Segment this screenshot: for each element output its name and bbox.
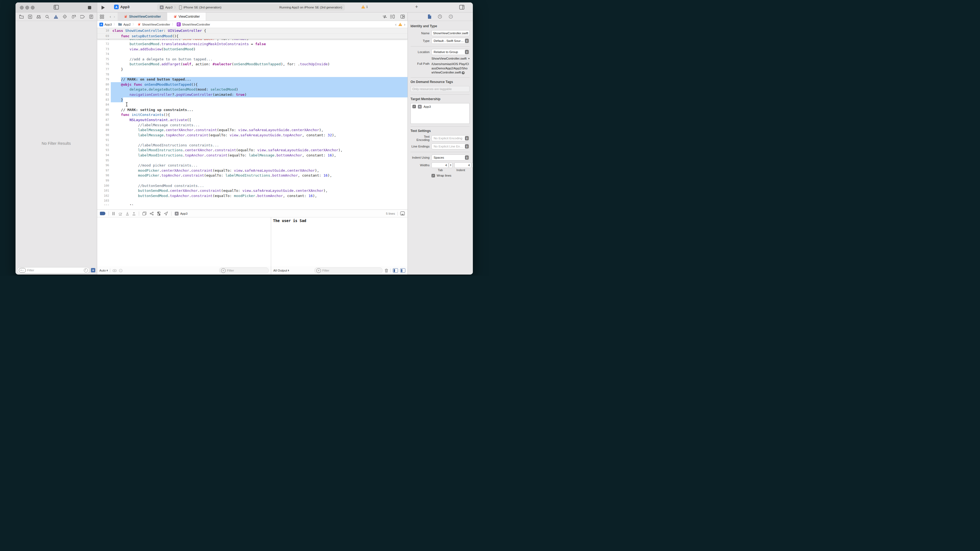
- breakpoints-toggle-icon[interactable]: [100, 212, 105, 215]
- simulate-location-icon[interactable]: [164, 211, 168, 216]
- line-number[interactable]: 104: [97, 203, 113, 205]
- tab-width-field[interactable]: 4: [431, 162, 449, 168]
- line-number[interactable]: 100: [97, 183, 113, 189]
- code-line[interactable]: 103: [97, 198, 407, 203]
- environment-overrides-icon[interactable]: [157, 211, 161, 216]
- code-line[interactable]: 80 @objc func onSendMoodButtonTapped(){: [97, 82, 407, 87]
- line-number[interactable]: 69: [97, 33, 113, 39]
- code-line[interactable]: 78: [97, 72, 407, 77]
- variables-scope-selector[interactable]: Auto ▴▾: [99, 269, 108, 272]
- line-number[interactable]: 77: [97, 67, 113, 72]
- next-issue-icon[interactable]: ›: [404, 22, 405, 27]
- related-items-icon[interactable]: [100, 15, 104, 19]
- code-line[interactable]: 101 buttonSendMood.centerXAnchor.constra…: [97, 188, 407, 194]
- history-inspector-icon[interactable]: [438, 14, 442, 19]
- step-out-icon[interactable]: [132, 212, 135, 216]
- console-view[interactable]: The user is Sad: [271, 218, 407, 267]
- code-line[interactable]: 99: [97, 178, 407, 183]
- breakpoint-navigator-icon[interactable]: [80, 15, 85, 19]
- filter-menu-icon[interactable]: ≡⌄: [19, 268, 26, 273]
- toggle-variables-view-icon[interactable]: [393, 268, 398, 273]
- code-line[interactable]: 69 func setupButtonSendMood(){: [97, 33, 407, 39]
- code-line[interactable]: 77 }: [97, 67, 407, 72]
- code-line[interactable]: 102 buttonSendMood.topAnchor.constraint(…: [97, 194, 407, 198]
- line-number[interactable]: 79: [97, 77, 113, 82]
- code-line[interactable]: 89 labelMessage.centerXAnchor.constraint…: [97, 128, 407, 133]
- show-errors-only-toggle[interactable]: ⊗: [91, 268, 95, 272]
- line-number[interactable]: 71: [97, 39, 113, 41]
- close-window-button[interactable]: [20, 6, 24, 10]
- type-dropdown[interactable]: Default - Swift Source ▲▼: [431, 38, 469, 44]
- open-path-arrow-icon[interactable]: ➜: [462, 71, 465, 74]
- minimize-window-button[interactable]: [25, 6, 29, 10]
- code-line[interactable]: 84: [97, 102, 407, 108]
- line-number[interactable]: 89: [97, 128, 113, 133]
- line-number[interactable]: 97: [97, 168, 113, 173]
- code-line[interactable]: 104 ]): [97, 203, 407, 205]
- code-line[interactable]: 73 view.addSubview(buttonSendMood): [97, 47, 407, 52]
- tab-viewcontroller[interactable]: ViewController: [167, 13, 206, 21]
- show-only-variables-icon[interactable]: [113, 269, 117, 272]
- wrap-lines-checkbox-checked[interactable]: ✓: [431, 174, 435, 178]
- symbol-navigator-icon[interactable]: [37, 15, 41, 19]
- line-number[interactable]: 72: [97, 41, 113, 47]
- debug-process-chip[interactable]: A App3: [175, 212, 188, 216]
- step-into-icon[interactable]: [126, 212, 129, 216]
- code-line[interactable]: 94 labelMoodInstructions.topAnchor.const…: [97, 153, 407, 158]
- variables-view[interactable]: [97, 218, 271, 267]
- code-line[interactable]: 71 buttonSendMood.setTitle("Send Mood Ba…: [97, 39, 407, 41]
- line-number[interactable]: 84: [97, 102, 113, 108]
- hide-debug-area-icon[interactable]: [400, 211, 405, 216]
- navigator-filter-input[interactable]: ≡⌄ Filter: [17, 267, 89, 273]
- toggle-navigator-icon[interactable]: [54, 5, 59, 10]
- code-line[interactable]: 79 // MARK: on send button tapped...: [97, 77, 407, 82]
- stop-button[interactable]: [88, 6, 91, 9]
- console-filter-input[interactable]: ≡ Filter: [314, 267, 382, 273]
- warning-count-badge[interactable]: ! 1: [361, 5, 368, 8]
- run-button[interactable]: [102, 6, 105, 10]
- report-navigator-icon[interactable]: [89, 15, 93, 19]
- editor-options-icon[interactable]: [390, 15, 395, 19]
- clipped-code-line[interactable]: 71 buttonSendMood.setTitle("Send Mood Ba…: [97, 39, 407, 41]
- scheme-destination[interactable]: iPhone SE (3rd generation): [183, 6, 221, 9]
- memory-graph-icon[interactable]: [150, 212, 154, 216]
- toggle-console-view-icon[interactable]: [400, 268, 405, 273]
- code-line[interactable]: 100 //buttonSendMood constraints...: [97, 183, 407, 189]
- find-navigator-icon[interactable]: [45, 15, 49, 19]
- debug-navigator-icon[interactable]: [71, 14, 76, 19]
- text-encoding-dropdown[interactable]: No Explicit Encoding ▲▼: [431, 135, 469, 141]
- code-line[interactable]: 86 func initConstraints(){: [97, 113, 407, 118]
- line-number[interactable]: 99: [97, 178, 113, 183]
- help-inspector-icon[interactable]: ?: [449, 14, 453, 19]
- line-number[interactable]: 98: [97, 173, 113, 178]
- code-line[interactable]: 97 moodPicker.centerXAnchor.constraint(e…: [97, 168, 407, 173]
- target-checkbox-checked[interactable]: ✓: [412, 105, 416, 108]
- odr-tags-field[interactable]: Only resources are taggable: [410, 86, 469, 92]
- line-number[interactable]: 73: [97, 47, 113, 52]
- variables-filter-input[interactable]: ≡ Filter: [219, 267, 269, 273]
- indent-using-dropdown[interactable]: Spaces ▲▼: [431, 154, 469, 160]
- clipped-code-line[interactable]: 104 ]): [97, 203, 407, 205]
- code-line[interactable]: 95: [97, 158, 407, 163]
- code-line[interactable]: 82 navigationController?.popViewControll…: [97, 92, 407, 97]
- code-line[interactable]: 93 labelMoodInstructions.centerXAnchor.c…: [97, 148, 407, 153]
- code-line[interactable]: 88 //labelMessage constraints...: [97, 123, 407, 128]
- code-line[interactable]: 10class ShowViewController: UIViewContro…: [97, 28, 407, 33]
- go-forward-icon[interactable]: ›: [114, 14, 115, 19]
- code-line[interactable]: 75 //add a delegate to on button tapped.…: [97, 57, 407, 62]
- line-number[interactable]: 75: [97, 57, 113, 62]
- step-over-icon[interactable]: [118, 212, 123, 216]
- add-editor-icon[interactable]: [401, 15, 405, 19]
- file-inspector-icon-selected[interactable]: [428, 14, 431, 19]
- code-line[interactable]: 76 buttonSendMood.addTarget(self, action…: [97, 62, 407, 67]
- sticky-declaration-header[interactable]: 10class ShowViewController: UIViewContro…: [97, 28, 407, 39]
- project-navigator-icon[interactable]: [19, 15, 24, 19]
- new-tab-button[interactable]: +: [415, 4, 418, 10]
- line-number[interactable]: 102: [97, 194, 113, 198]
- target-row[interactable]: ✓ A App3: [412, 105, 468, 109]
- code-line[interactable]: 87 NSLayoutConstraint.activate([: [97, 118, 407, 123]
- issue-navigator-icon-selected[interactable]: !: [54, 15, 58, 19]
- line-number[interactable]: 92: [97, 143, 113, 148]
- previous-issue-icon[interactable]: ‹: [395, 22, 397, 27]
- line-number[interactable]: 87: [97, 118, 113, 123]
